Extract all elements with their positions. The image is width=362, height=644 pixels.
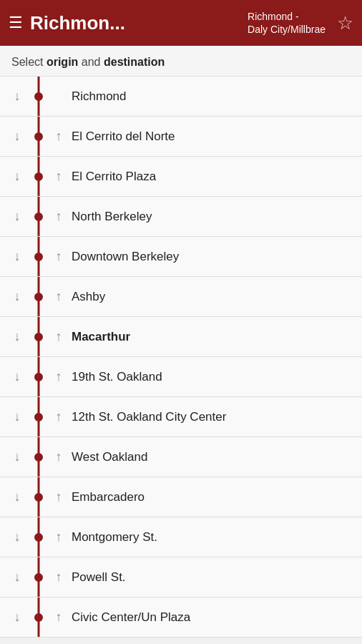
list-item[interactable]: ↓↑North Berkeley [0, 197, 362, 237]
station-name: Powell St. [69, 570, 362, 585]
station-dot [34, 132, 43, 141]
station-name: El Cerrito del Norte [69, 130, 362, 144]
route-subtitle: Richmond - Daly City/Millbrae [248, 10, 326, 36]
down-arrow-icon: ↓ [6, 449, 29, 464]
station-dot [34, 92, 43, 101]
station-name: Richmond [69, 89, 362, 104]
list-item[interactable]: ↓↑El Cerrito del Norte [0, 117, 362, 157]
up-arrow-icon: ↑ [49, 489, 69, 504]
station-name: Macarthur [69, 330, 362, 344]
up-arrow-icon: ↑ [49, 289, 69, 304]
up-arrow-icon: ↑ [49, 409, 69, 424]
station-name: Embarcadero [69, 490, 362, 504]
up-arrow-icon: ↑ [49, 449, 69, 464]
down-arrow-icon: ↓ [6, 489, 29, 504]
station-name: Downtown Berkeley [69, 250, 362, 264]
route-line-col [29, 77, 49, 116]
down-arrow-icon: ↓ [6, 249, 29, 264]
down-arrow-icon: ↓ [6, 610, 29, 625]
down-arrow-icon: ↓ [6, 209, 29, 224]
route-line-col [29, 597, 49, 637]
route-line-col [29, 397, 49, 436]
station-dot [34, 253, 43, 261]
route-line-col [29, 517, 49, 557]
list-item[interactable]: ↓↑Ashby [0, 277, 362, 317]
destination-label: destination [104, 56, 165, 68]
list-item[interactable]: ↓↑Downtown Berkeley [0, 237, 362, 277]
station-dot [34, 213, 43, 221]
station-name: Ashby [69, 290, 362, 304]
station-dot [34, 172, 43, 181]
down-arrow-icon: ↓ [6, 129, 29, 144]
up-arrow-icon: ↑ [49, 610, 69, 625]
station-dot [34, 453, 43, 462]
route-line-col [29, 237, 49, 276]
down-arrow-icon: ↓ [6, 570, 29, 585]
station-dot [34, 533, 43, 542]
select-prompt: Select origin and destination [0, 46, 362, 77]
up-arrow-icon: ↑ [49, 530, 69, 545]
route-line-col [29, 117, 49, 156]
list-item[interactable]: ↓↑Powell St. [0, 557, 362, 597]
list-item[interactable]: ↓↑El Cerrito Plaza [0, 157, 362, 197]
list-item[interactable]: ↓↑West Oakland [0, 437, 362, 477]
menu-icon[interactable]: ☰ [9, 14, 23, 32]
route-line-col [29, 477, 49, 517]
list-item[interactable]: ↓↑Civic Center/Un Plaza [0, 597, 362, 638]
down-arrow-icon: ↓ [6, 169, 29, 184]
down-arrow-icon: ↓ [6, 530, 29, 545]
station-dot [34, 493, 43, 502]
route-subtitle-line2: Daly City/Millbrae [248, 23, 326, 36]
route-line-col [29, 317, 49, 356]
route-line-col [29, 437, 49, 477]
station-dot [34, 333, 43, 341]
select-text-mid: and [78, 56, 104, 68]
station-dot [34, 613, 43, 622]
origin-label: origin [47, 56, 78, 68]
up-arrow-icon: ↑ [49, 570, 69, 585]
up-arrow-icon: ↑ [49, 329, 69, 344]
favorite-icon[interactable]: ☆ [337, 12, 353, 34]
route-title: Richmon... [30, 12, 248, 34]
station-name: Montgomery St. [69, 530, 362, 545]
list-item[interactable]: ↓↑12th St. Oakland City Center [0, 397, 362, 437]
up-arrow-icon: ↑ [49, 129, 69, 144]
down-arrow-icon: ↓ [6, 409, 29, 424]
station-dot [34, 293, 43, 301]
station-dot [34, 373, 43, 381]
down-arrow-icon: ↓ [6, 289, 29, 304]
route-subtitle-line1: Richmond - [248, 10, 299, 23]
station-list: ↓↑Richmond↓↑El Cerrito del Norte↓↑El Cer… [0, 77, 362, 638]
station-name: El Cerrito Plaza [69, 170, 362, 184]
up-arrow-icon: ↑ [49, 209, 69, 224]
down-arrow-icon: ↓ [6, 369, 29, 384]
up-arrow-icon: ↑ [49, 249, 69, 264]
list-item[interactable]: ↓↑Montgomery St. [0, 517, 362, 557]
list-item[interactable]: ↓↑19th St. Oakland [0, 357, 362, 397]
list-item[interactable]: ↓↑Embarcadero [0, 477, 362, 517]
route-line-col [29, 277, 49, 316]
up-arrow-icon: ↑ [49, 369, 69, 384]
down-arrow-icon: ↓ [6, 89, 29, 104]
app-header: ☰ Richmon... Richmond - Daly City/Millbr… [0, 0, 362, 46]
station-name: Civic Center/Un Plaza [69, 610, 362, 625]
route-line-col [29, 357, 49, 396]
up-arrow-icon: ↑ [49, 169, 69, 184]
station-name: West Oakland [69, 450, 362, 464]
station-dot [34, 413, 43, 421]
station-dot [34, 573, 43, 582]
down-arrow-icon: ↓ [6, 329, 29, 344]
station-name: 19th St. Oakland [69, 370, 362, 384]
route-line-col [29, 557, 49, 597]
route-line-col [29, 197, 49, 236]
select-text-pre: Select [11, 56, 47, 68]
station-name: North Berkeley [69, 210, 362, 224]
list-item[interactable]: ↓↑Macarthur [0, 317, 362, 357]
station-name: 12th St. Oakland City Center [69, 410, 362, 424]
list-item[interactable]: ↓↑Richmond [0, 77, 362, 117]
route-line-col [29, 157, 49, 196]
